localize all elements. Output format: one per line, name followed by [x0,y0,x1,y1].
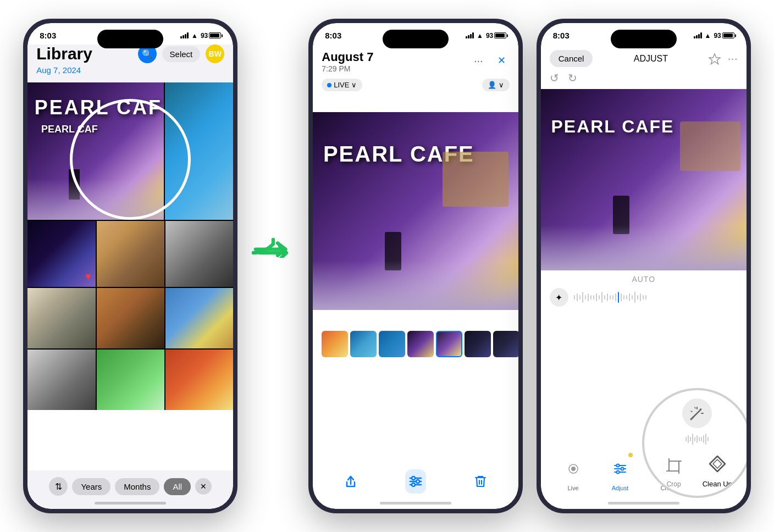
tick-16 [615,293,616,301]
live-badge[interactable]: LIVE ∨ [322,79,362,91]
grid-cell-lobby[interactable] [97,288,164,348]
signal-bar-3-4 [700,32,702,38]
live-chevron: ∨ [351,81,357,89]
signal-bar-3-1 [694,36,695,38]
svg-line-24 [691,417,693,419]
tick-8 [593,295,594,300]
callout-crop-tool[interactable]: Crop [662,454,686,488]
cafe-text-grid: PEARL CAF [35,96,162,119]
thumb-7[interactable] [493,331,518,357]
callout-cleanup-tool[interactable]: Clean Up [703,450,732,488]
pill-all[interactable]: All [164,478,191,495]
grid-cell-staircase[interactable] [27,350,95,410]
tick-14 [610,295,611,300]
thumb-4[interactable] [407,331,434,357]
delete-button[interactable] [470,469,491,494]
tick-9 [596,293,597,301]
edit-header: Cancel ADJUST ··· [541,45,747,71]
magic-wand-small[interactable]: ✦ [550,288,568,307]
battery-pct-3: 93 [714,32,721,40]
tick-center [618,292,619,303]
detail-time: 7:29 PM [322,64,373,73]
navigator-icon[interactable] [709,53,721,65]
heart-badge: ♥ [85,271,91,282]
tool-adjust[interactable]: Adjust [606,455,634,491]
adjust-dot [628,453,633,457]
select-button[interactable]: Select [162,46,201,62]
home-indicator-3 [608,502,679,505]
main-photo-3: PEARL CAFE [541,89,747,270]
cancel-button[interactable]: Cancel [550,50,593,67]
ct-3 [690,437,691,441]
status-icons-3: ▲ 93 [694,32,734,40]
ct-6 [696,435,698,443]
thumb-5-selected[interactable] [436,331,462,357]
dial-ticks[interactable] [574,289,738,306]
phone-2-screen: 8:03 ▲ 93 August 7 [313,23,518,509]
tick-12 [604,295,605,300]
signal-bar-2-2 [468,35,469,38]
more-options-button[interactable]: ··· [470,52,486,69]
share-icon [344,474,358,489]
ct-11 [707,437,709,441]
tick-5 [585,295,586,300]
sliders-icon [408,474,423,489]
tool-live[interactable]: Live [560,455,587,491]
svg-line-26 [700,409,701,410]
tick-26 [643,295,644,300]
grid-row-3 [27,288,233,348]
svg-line-29 [691,411,692,412]
live-dot [327,83,331,87]
sort-button[interactable]: ⇅ [49,477,68,496]
live-icon [566,462,580,476]
grid-cell-purple1[interactable]: ♥ [27,221,95,287]
undo-button[interactable]: ↺ [550,71,559,85]
grid-cell-arch[interactable] [27,288,95,348]
signal-bar-4 [187,32,189,38]
tick-1 [574,295,575,300]
share-button[interactable] [340,469,361,494]
close-detail-button[interactable]: ✕ [493,52,510,69]
grid-cell-cafe[interactable]: PEARL CAF [27,82,164,220]
pill-years[interactable]: Years [72,478,110,495]
grid-cell-ocean[interactable] [165,82,233,220]
thumb-1[interactable] [322,331,348,357]
trash-icon [474,474,487,489]
battery-pct-1: 93 [201,32,208,40]
tick-15 [612,295,613,300]
tick-13 [607,293,608,301]
edit-header-right: ··· [709,52,737,66]
tick-23 [634,292,635,303]
grid-cell-structure[interactable] [165,221,233,287]
more-edit-button[interactable]: ··· [727,52,737,66]
ct-7 [699,437,700,441]
thumb-2[interactable] [350,331,377,357]
grid-cell-sky[interactable] [165,288,233,348]
tick-3 [579,295,580,300]
signal-bars-2 [466,32,474,38]
thumb-3[interactable] [379,331,405,357]
close-filter-button[interactable]: ✕ [195,478,212,495]
battery-fill-2 [495,34,505,37]
signal-bar-3-3 [698,34,700,38]
thumb-6[interactable] [465,331,491,357]
signal-bar-2 [183,35,184,38]
grid-cell-interior[interactable] [97,221,164,287]
avatar-button[interactable]: BW [206,45,224,63]
signal-bars-1 [180,32,189,38]
pill-months[interactable]: Months [115,478,159,495]
svg-point-5 [416,480,419,483]
grid-cell-sunset[interactable] [165,350,233,410]
person-badge[interactable]: 👤 ∨ [482,79,510,91]
grid-cell-garden[interactable] [97,350,164,410]
battery-icon-1 [209,32,221,38]
home-indicator-2 [380,502,451,505]
adjust-edit-button[interactable] [405,469,426,494]
main-photo-2: PEARL CAFE [313,112,518,310]
grid-row-1: PEARL CAF [27,82,233,220]
phone-1-library: 8:03 ▲ 93 Library [23,19,237,513]
ct-10 [705,434,706,445]
photo-grid: PEARL CAF ♥ [27,82,233,410]
redo-button[interactable]: ↻ [568,71,577,85]
magic-wand-button[interactable] [682,398,712,428]
